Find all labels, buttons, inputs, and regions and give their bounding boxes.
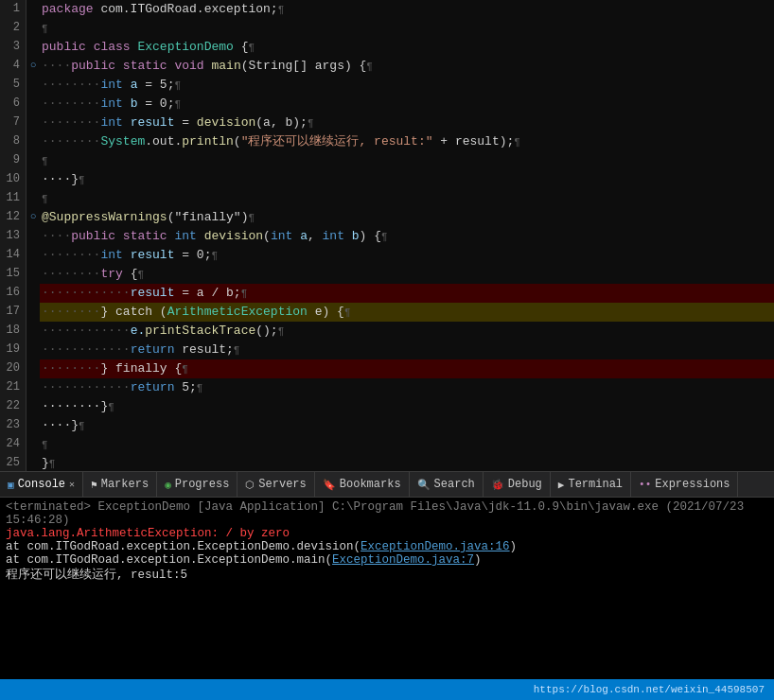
console-terminated-line: <terminated> ExceptionDemo [Java Applica… bbox=[6, 500, 768, 527]
line-number: 3 bbox=[0, 38, 26, 57]
code-line: 17········} catch (ArithmeticException e… bbox=[0, 303, 774, 322]
line-indicator bbox=[26, 416, 40, 435]
code-line: 24¶ bbox=[0, 435, 774, 454]
line-content: ············return 5;¶ bbox=[40, 378, 774, 397]
search-icon: 🔍 bbox=[417, 479, 431, 491]
line-number: 18 bbox=[0, 322, 26, 341]
line-content: ····public static int devision(int a, in… bbox=[40, 227, 774, 246]
line-content: ············result = a / b;¶ bbox=[40, 284, 774, 303]
line-number: 5 bbox=[0, 76, 26, 95]
tab-servers[interactable]: ⬡Servers bbox=[237, 472, 314, 497]
tab-label: Search bbox=[434, 478, 475, 491]
bottom-section: ▣Console ✕⚑Markers◉Progress⬡Servers🔖Book… bbox=[0, 471, 774, 700]
line-content: ····}¶ bbox=[40, 416, 774, 435]
line-indicator bbox=[26, 151, 40, 170]
progress-icon: ◉ bbox=[165, 479, 171, 491]
line-number: 14 bbox=[0, 246, 26, 265]
console-link-2[interactable]: ExceptionDemo.java:7 bbox=[332, 553, 474, 567]
line-number: 2 bbox=[0, 19, 26, 38]
line-number: 7 bbox=[0, 114, 26, 132]
console-result-line: 程序还可以继续运行, result:5 bbox=[6, 567, 768, 583]
code-line: 23····}¶ bbox=[0, 416, 774, 435]
debug-icon: 🐞 bbox=[491, 479, 504, 491]
code-line: 14········int result = 0;¶ bbox=[0, 246, 774, 265]
line-indicator bbox=[26, 170, 40, 189]
tab-label: Debug bbox=[508, 478, 542, 491]
line-number: 23 bbox=[0, 416, 26, 435]
tab-progress[interactable]: ◉Progress bbox=[157, 472, 237, 497]
tab-terminal[interactable]: ▶Terminal bbox=[551, 472, 631, 497]
line-content: ········System.out.println("程序还可以继续运行, r… bbox=[40, 132, 774, 151]
code-line: 1package com.ITGodRoad.exception;¶ bbox=[0, 0, 774, 19]
markers-icon: ⚑ bbox=[91, 479, 97, 491]
line-number: 20 bbox=[0, 359, 26, 378]
tab-search[interactable]: 🔍Search bbox=[410, 472, 484, 497]
code-line: 5········int a = 5;¶ bbox=[0, 76, 774, 95]
tab-bookmarks[interactable]: 🔖Bookmarks bbox=[315, 472, 410, 497]
line-number: 17 bbox=[0, 303, 26, 322]
line-number: 4 bbox=[0, 57, 26, 76]
console-exception-line: java.lang.ArithmeticException: / by zero bbox=[6, 527, 768, 540]
line-indicator bbox=[26, 378, 40, 397]
tab-label: Progress bbox=[175, 478, 230, 491]
code-lines: 1package com.ITGodRoad.exception;¶2¶3pub… bbox=[0, 0, 774, 471]
line-content: ········int b = 0;¶ bbox=[40, 95, 774, 114]
line-content: ¶ bbox=[40, 435, 774, 454]
line-indicator bbox=[26, 284, 40, 303]
line-content: ········int result = devision(a, b);¶ bbox=[40, 114, 774, 132]
line-indicator bbox=[26, 454, 40, 471]
code-line: 20········} finally {¶ bbox=[0, 359, 774, 378]
line-content: @SuppressWarnings("finally")¶ bbox=[40, 208, 774, 227]
code-line: 6········int b = 0;¶ bbox=[0, 95, 774, 114]
code-line: 25}¶ bbox=[0, 454, 774, 471]
line-content: package com.ITGodRoad.exception;¶ bbox=[40, 0, 774, 19]
console-stacktrace-2: at com.ITGodRoad.exception.ExceptionDemo… bbox=[6, 553, 768, 567]
line-content: ············e.printStackTrace();¶ bbox=[40, 322, 774, 341]
code-line: 16············result = a / b;¶ bbox=[0, 284, 774, 303]
tab-markers[interactable]: ⚑Markers bbox=[83, 472, 157, 497]
line-indicator bbox=[26, 0, 40, 19]
line-indicator bbox=[26, 38, 40, 57]
line-indicator bbox=[26, 397, 40, 416]
console-content: <terminated> ExceptionDemo [Java Applica… bbox=[0, 498, 774, 679]
tab-console[interactable]: ▣Console ✕ bbox=[0, 472, 83, 497]
line-content: ········try {¶ bbox=[40, 265, 774, 284]
line-number: 15 bbox=[0, 265, 26, 284]
code-line: 9¶ bbox=[0, 151, 774, 170]
console-stacktrace-1: at com.ITGodRoad.exception.ExceptionDemo… bbox=[6, 540, 768, 553]
tab-expressions[interactable]: ••Expressions bbox=[631, 472, 738, 497]
code-line: 21············return 5;¶ bbox=[0, 378, 774, 397]
line-content: }¶ bbox=[40, 454, 774, 471]
line-content: public class ExceptionDemo {¶ bbox=[40, 38, 774, 57]
line-content: ········} catch (ArithmeticException e) … bbox=[40, 303, 774, 322]
code-line: 22········}¶ bbox=[0, 397, 774, 416]
tab-label: Terminal bbox=[568, 478, 623, 491]
line-content: ¶ bbox=[40, 19, 774, 38]
line-content: ¶ bbox=[40, 189, 774, 208]
line-number: 13 bbox=[0, 227, 26, 246]
line-indicator bbox=[26, 265, 40, 284]
line-content: ········int a = 5;¶ bbox=[40, 76, 774, 95]
line-indicator bbox=[26, 95, 40, 114]
line-content: ····public static void main(String[] arg… bbox=[40, 57, 774, 76]
code-line: 2¶ bbox=[0, 19, 774, 38]
console-link-1[interactable]: ExceptionDemo.java:16 bbox=[361, 540, 510, 553]
line-number: 16 bbox=[0, 284, 26, 303]
tab-close-icon[interactable]: ✕ bbox=[69, 479, 75, 490]
line-content: ¶ bbox=[40, 151, 774, 170]
line-number: 10 bbox=[0, 170, 26, 189]
code-line: 12○@SuppressWarnings("finally")¶ bbox=[0, 208, 774, 227]
code-line: 13····public static int devision(int a, … bbox=[0, 227, 774, 246]
code-line: 3public class ExceptionDemo {¶ bbox=[0, 38, 774, 57]
tab-debug[interactable]: 🐞Debug bbox=[484, 472, 551, 497]
line-indicator bbox=[26, 132, 40, 151]
tab-label: Expressions bbox=[655, 478, 730, 491]
line-indicator bbox=[26, 359, 40, 378]
line-indicator bbox=[26, 114, 40, 132]
line-content: ········int result = 0;¶ bbox=[40, 246, 774, 265]
code-line: 15········try {¶ bbox=[0, 265, 774, 284]
line-content: ············return result;¶ bbox=[40, 341, 774, 359]
code-line: 10····}¶ bbox=[0, 170, 774, 189]
servers-icon: ⬡ bbox=[245, 479, 255, 491]
line-content: ········} finally {¶ bbox=[40, 359, 774, 378]
